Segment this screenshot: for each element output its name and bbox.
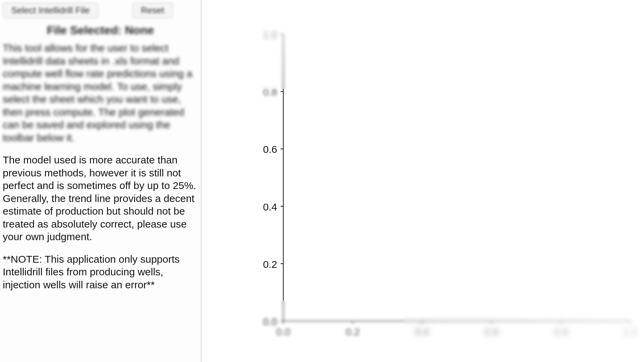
plot-svg[interactable]: 0.0 0.2 0.4 0.6 0.8 1.0 0.0 <box>249 20 637 342</box>
note-paragraph: **NOTE: This application only supports I… <box>3 253 198 291</box>
x-tick-1: 0.2 <box>346 326 360 337</box>
x-tick-3: 0.6 <box>485 326 499 337</box>
y-ticks: 0.0 0.2 0.4 0.6 0.8 1.0 <box>263 29 283 327</box>
x-tick-4: 0.8 <box>554 326 568 337</box>
intro-paragraph: This tool allows for the user to select … <box>3 42 198 144</box>
y-tick-5: 1.0 <box>263 29 277 40</box>
app-root: Select Intellidrill File Reset File Sele… <box>0 0 644 362</box>
toolbar: Select Intellidrill File Reset <box>3 1 198 21</box>
y-tick-3: 0.6 <box>263 144 277 155</box>
sidebar: Select Intellidrill File Reset File Sele… <box>0 0 201 362</box>
y-tick-1: 0.2 <box>263 259 277 270</box>
x-tick-2: 0.4 <box>415 326 429 337</box>
main-plot-area: 0.0 0.2 0.4 0.6 0.8 1.0 0.0 <box>201 0 644 362</box>
x-ticks: 0.0 0.2 0.4 0.6 0.8 1.0 <box>276 321 637 337</box>
y-tick-4: 0.8 <box>263 86 277 98</box>
x-tick-5: 1.0 <box>623 326 637 337</box>
y-tick-2: 0.4 <box>263 201 277 213</box>
file-status-label: File Selected: None <box>3 24 198 37</box>
select-file-button[interactable]: Select Intellidrill File <box>3 3 98 18</box>
plot-frame[interactable]: 0.0 0.2 0.4 0.6 0.8 1.0 0.0 <box>249 20 637 342</box>
accuracy-paragraph: The model used is more accurate than pre… <box>3 154 198 243</box>
y-tick-0: 0.0 <box>263 316 277 327</box>
reset-button[interactable]: Reset <box>132 3 173 18</box>
x-tick-0: 0.0 <box>276 326 291 337</box>
